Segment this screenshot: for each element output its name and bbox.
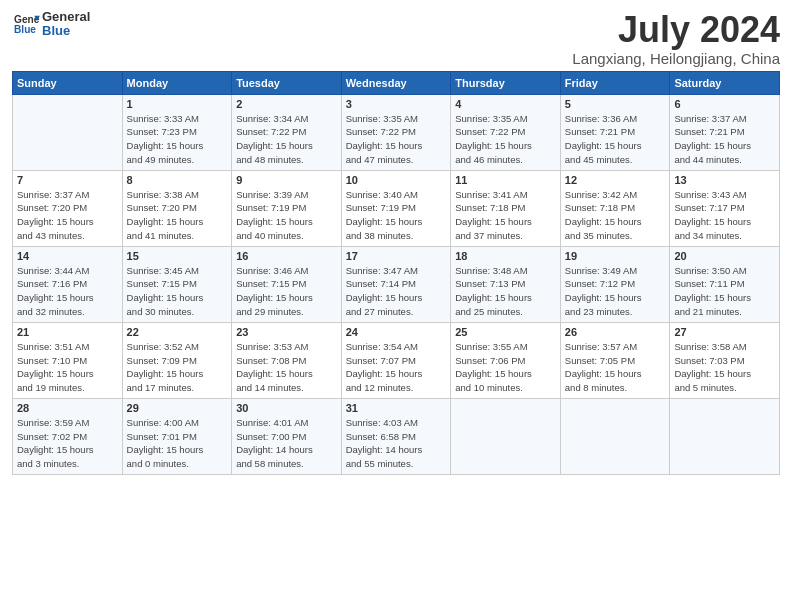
day-number: 14 <box>17 250 118 262</box>
day-number: 7 <box>17 174 118 186</box>
calendar-cell: 29Sunrise: 4:00 AM Sunset: 7:01 PM Dayli… <box>122 398 232 474</box>
calendar-cell <box>13 94 123 170</box>
logo-line2: Blue <box>42 24 90 38</box>
day-number: 13 <box>674 174 775 186</box>
day-info: Sunrise: 4:00 AM Sunset: 7:01 PM Dayligh… <box>127 416 228 471</box>
calendar-cell: 26Sunrise: 3:57 AM Sunset: 7:05 PM Dayli… <box>560 322 670 398</box>
day-number: 20 <box>674 250 775 262</box>
day-info: Sunrise: 3:35 AM Sunset: 7:22 PM Dayligh… <box>455 112 556 167</box>
day-number: 1 <box>127 98 228 110</box>
day-info: Sunrise: 3:53 AM Sunset: 7:08 PM Dayligh… <box>236 340 337 395</box>
calendar-cell: 23Sunrise: 3:53 AM Sunset: 7:08 PM Dayli… <box>232 322 342 398</box>
week-row-2: 7Sunrise: 3:37 AM Sunset: 7:20 PM Daylig… <box>13 170 780 246</box>
calendar-cell: 8Sunrise: 3:38 AM Sunset: 7:20 PM Daylig… <box>122 170 232 246</box>
column-header-thursday: Thursday <box>451 71 561 94</box>
week-row-3: 14Sunrise: 3:44 AM Sunset: 7:16 PM Dayli… <box>13 246 780 322</box>
day-info: Sunrise: 3:58 AM Sunset: 7:03 PM Dayligh… <box>674 340 775 395</box>
calendar-cell: 11Sunrise: 3:41 AM Sunset: 7:18 PM Dayli… <box>451 170 561 246</box>
day-info: Sunrise: 3:50 AM Sunset: 7:11 PM Dayligh… <box>674 264 775 319</box>
day-info: Sunrise: 3:51 AM Sunset: 7:10 PM Dayligh… <box>17 340 118 395</box>
calendar-cell: 24Sunrise: 3:54 AM Sunset: 7:07 PM Dayli… <box>341 322 451 398</box>
day-number: 4 <box>455 98 556 110</box>
day-number: 9 <box>236 174 337 186</box>
column-header-tuesday: Tuesday <box>232 71 342 94</box>
calendar-cell: 3Sunrise: 3:35 AM Sunset: 7:22 PM Daylig… <box>341 94 451 170</box>
calendar-cell: 4Sunrise: 3:35 AM Sunset: 7:22 PM Daylig… <box>451 94 561 170</box>
calendar-cell: 28Sunrise: 3:59 AM Sunset: 7:02 PM Dayli… <box>13 398 123 474</box>
day-number: 18 <box>455 250 556 262</box>
logo-line1: General <box>42 10 90 24</box>
calendar-cell <box>670 398 780 474</box>
day-info: Sunrise: 3:40 AM Sunset: 7:19 PM Dayligh… <box>346 188 447 243</box>
svg-text:Blue: Blue <box>14 25 36 36</box>
column-header-monday: Monday <box>122 71 232 94</box>
day-number: 8 <box>127 174 228 186</box>
day-number: 23 <box>236 326 337 338</box>
calendar-cell: 30Sunrise: 4:01 AM Sunset: 7:00 PM Dayli… <box>232 398 342 474</box>
day-number: 22 <box>127 326 228 338</box>
calendar-cell: 10Sunrise: 3:40 AM Sunset: 7:19 PM Dayli… <box>341 170 451 246</box>
day-info: Sunrise: 3:46 AM Sunset: 7:15 PM Dayligh… <box>236 264 337 319</box>
day-info: Sunrise: 3:44 AM Sunset: 7:16 PM Dayligh… <box>17 264 118 319</box>
day-info: Sunrise: 3:43 AM Sunset: 7:17 PM Dayligh… <box>674 188 775 243</box>
column-header-friday: Friday <box>560 71 670 94</box>
calendar-cell: 20Sunrise: 3:50 AM Sunset: 7:11 PM Dayli… <box>670 246 780 322</box>
day-info: Sunrise: 3:57 AM Sunset: 7:05 PM Dayligh… <box>565 340 666 395</box>
day-number: 21 <box>17 326 118 338</box>
week-row-5: 28Sunrise: 3:59 AM Sunset: 7:02 PM Dayli… <box>13 398 780 474</box>
day-number: 25 <box>455 326 556 338</box>
calendar-cell: 15Sunrise: 3:45 AM Sunset: 7:15 PM Dayli… <box>122 246 232 322</box>
column-header-wednesday: Wednesday <box>341 71 451 94</box>
calendar-cell: 22Sunrise: 3:52 AM Sunset: 7:09 PM Dayli… <box>122 322 232 398</box>
calendar-cell: 27Sunrise: 3:58 AM Sunset: 7:03 PM Dayli… <box>670 322 780 398</box>
day-number: 12 <box>565 174 666 186</box>
calendar-cell: 7Sunrise: 3:37 AM Sunset: 7:20 PM Daylig… <box>13 170 123 246</box>
calendar-cell: 6Sunrise: 3:37 AM Sunset: 7:21 PM Daylig… <box>670 94 780 170</box>
title-block: July 2024 Langxiang, Heilongjiang, China <box>572 10 780 67</box>
day-number: 11 <box>455 174 556 186</box>
day-info: Sunrise: 3:54 AM Sunset: 7:07 PM Dayligh… <box>346 340 447 395</box>
day-number: 10 <box>346 174 447 186</box>
day-number: 17 <box>346 250 447 262</box>
day-info: Sunrise: 3:52 AM Sunset: 7:09 PM Dayligh… <box>127 340 228 395</box>
day-number: 26 <box>565 326 666 338</box>
day-info: Sunrise: 3:34 AM Sunset: 7:22 PM Dayligh… <box>236 112 337 167</box>
calendar-table: SundayMondayTuesdayWednesdayThursdayFrid… <box>12 71 780 475</box>
day-info: Sunrise: 3:39 AM Sunset: 7:19 PM Dayligh… <box>236 188 337 243</box>
day-number: 3 <box>346 98 447 110</box>
day-info: Sunrise: 3:45 AM Sunset: 7:15 PM Dayligh… <box>127 264 228 319</box>
column-header-saturday: Saturday <box>670 71 780 94</box>
calendar-cell: 1Sunrise: 3:33 AM Sunset: 7:23 PM Daylig… <box>122 94 232 170</box>
calendar-cell: 5Sunrise: 3:36 AM Sunset: 7:21 PM Daylig… <box>560 94 670 170</box>
calendar-cell: 16Sunrise: 3:46 AM Sunset: 7:15 PM Dayli… <box>232 246 342 322</box>
week-row-1: 1Sunrise: 3:33 AM Sunset: 7:23 PM Daylig… <box>13 94 780 170</box>
day-info: Sunrise: 3:48 AM Sunset: 7:13 PM Dayligh… <box>455 264 556 319</box>
day-info: Sunrise: 3:38 AM Sunset: 7:20 PM Dayligh… <box>127 188 228 243</box>
month-title: July 2024 <box>572 10 780 50</box>
day-number: 19 <box>565 250 666 262</box>
day-number: 30 <box>236 402 337 414</box>
day-info: Sunrise: 4:01 AM Sunset: 7:00 PM Dayligh… <box>236 416 337 471</box>
calendar-cell: 19Sunrise: 3:49 AM Sunset: 7:12 PM Dayli… <box>560 246 670 322</box>
calendar-cell: 12Sunrise: 3:42 AM Sunset: 7:18 PM Dayli… <box>560 170 670 246</box>
day-number: 16 <box>236 250 337 262</box>
day-number: 5 <box>565 98 666 110</box>
day-info: Sunrise: 3:37 AM Sunset: 7:20 PM Dayligh… <box>17 188 118 243</box>
calendar-cell <box>451 398 561 474</box>
day-info: Sunrise: 3:47 AM Sunset: 7:14 PM Dayligh… <box>346 264 447 319</box>
calendar-cell: 25Sunrise: 3:55 AM Sunset: 7:06 PM Dayli… <box>451 322 561 398</box>
calendar-cell: 13Sunrise: 3:43 AM Sunset: 7:17 PM Dayli… <box>670 170 780 246</box>
week-row-4: 21Sunrise: 3:51 AM Sunset: 7:10 PM Dayli… <box>13 322 780 398</box>
day-number: 31 <box>346 402 447 414</box>
day-info: Sunrise: 3:59 AM Sunset: 7:02 PM Dayligh… <box>17 416 118 471</box>
calendar-cell: 21Sunrise: 3:51 AM Sunset: 7:10 PM Dayli… <box>13 322 123 398</box>
day-info: Sunrise: 3:37 AM Sunset: 7:21 PM Dayligh… <box>674 112 775 167</box>
calendar-cell: 2Sunrise: 3:34 AM Sunset: 7:22 PM Daylig… <box>232 94 342 170</box>
day-info: Sunrise: 3:33 AM Sunset: 7:23 PM Dayligh… <box>127 112 228 167</box>
day-number: 27 <box>674 326 775 338</box>
day-number: 6 <box>674 98 775 110</box>
day-info: Sunrise: 3:41 AM Sunset: 7:18 PM Dayligh… <box>455 188 556 243</box>
calendar-cell: 14Sunrise: 3:44 AM Sunset: 7:16 PM Dayli… <box>13 246 123 322</box>
day-number: 28 <box>17 402 118 414</box>
day-info: Sunrise: 3:42 AM Sunset: 7:18 PM Dayligh… <box>565 188 666 243</box>
